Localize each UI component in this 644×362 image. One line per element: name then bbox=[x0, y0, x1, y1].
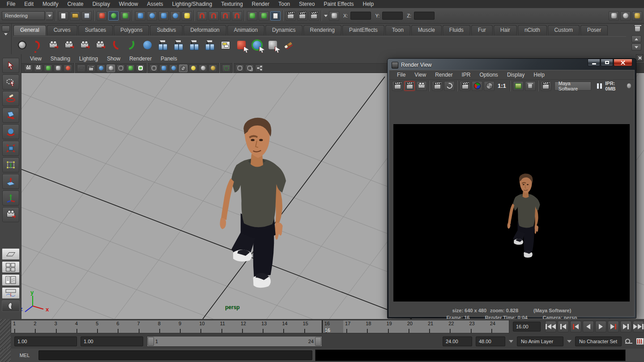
range-start-handle[interactable] bbox=[148, 337, 154, 346]
rv-menu-file[interactable]: File bbox=[393, 71, 409, 79]
set-key-icon[interactable] bbox=[625, 339, 632, 344]
universal-manipulator-tool-icon[interactable] bbox=[2, 157, 19, 172]
node-graph-icon[interactable] bbox=[219, 39, 232, 52]
snapshot-icon[interactable] bbox=[416, 81, 427, 91]
menu-file[interactable]: File bbox=[3, 0, 19, 8]
range-slider-grip[interactable] bbox=[0, 334, 11, 349]
frame-22[interactable]: 22 bbox=[447, 320, 467, 333]
menu-set-dropdown[interactable]: Rendering bbox=[2, 11, 45, 20]
shelf-tab-deformation[interactable]: Deformation bbox=[183, 25, 226, 35]
frame-2[interactable]: 2 bbox=[32, 320, 52, 333]
persp-graph-layout-icon[interactable] bbox=[2, 287, 20, 299]
stacked-cubes-cursor-icon[interactable] bbox=[266, 39, 279, 52]
frame-20[interactable]: 20 bbox=[405, 320, 426, 333]
snap-magnet-point-icon[interactable] bbox=[220, 11, 230, 21]
render-view-window[interactable]: Render View FileViewRenderIPROptionsDisp… bbox=[387, 58, 636, 319]
character-viewport[interactable] bbox=[220, 118, 286, 288]
frame-11[interactable]: 11 bbox=[218, 320, 239, 333]
shelf-tab-custom[interactable]: Custom bbox=[548, 25, 580, 35]
input-connections-icon[interactable] bbox=[247, 11, 257, 21]
playback-range-bar[interactable]: 1 24 bbox=[147, 336, 322, 347]
shelf-tab-general[interactable]: General bbox=[13, 25, 46, 35]
menu-create[interactable]: Create bbox=[63, 0, 87, 8]
go-to-end-icon[interactable] bbox=[633, 321, 644, 332]
gold-light-icon[interactable] bbox=[209, 65, 217, 72]
frame-1[interactable]: 1 bbox=[11, 320, 32, 333]
flat-shade-icon[interactable] bbox=[107, 65, 115, 72]
snap-magnet-grid-icon[interactable] bbox=[197, 11, 207, 21]
auto-keyframe-toggle-icon[interactable] bbox=[636, 338, 644, 345]
mel-toggle[interactable]: MEL bbox=[11, 353, 38, 358]
frame-7[interactable]: 7 bbox=[136, 320, 156, 333]
pause-ipr-icon[interactable] bbox=[597, 83, 602, 89]
step-forward-frame-icon[interactable] bbox=[620, 321, 631, 332]
panel-menu-panels[interactable]: Panels bbox=[157, 55, 181, 63]
shelf-menu-arrow-icon[interactable] bbox=[4, 33, 8, 35]
command-line-grip[interactable] bbox=[0, 349, 11, 362]
frame-6[interactable]: 6 bbox=[115, 320, 135, 333]
snap-magnet-curve-icon[interactable] bbox=[209, 11, 219, 21]
menu-window[interactable]: Window bbox=[115, 0, 142, 8]
shelf-tab-ncloth[interactable]: nCloth bbox=[518, 25, 547, 35]
paintbrush-icon[interactable] bbox=[281, 39, 295, 52]
rotate-tool-icon[interactable] bbox=[2, 124, 19, 139]
film-reel-icon[interactable] bbox=[15, 39, 29, 52]
frame-10[interactable]: 10 bbox=[197, 320, 218, 333]
playback-start-field[interactable] bbox=[81, 336, 143, 346]
shelf-menu-icon[interactable] bbox=[2, 26, 10, 32]
panel-menu-renderer[interactable]: Renderer bbox=[125, 55, 156, 63]
frame-3[interactable]: 3 bbox=[53, 320, 73, 333]
rv-menu-render[interactable]: Render bbox=[431, 71, 456, 79]
step-forward-key-icon[interactable] bbox=[608, 321, 619, 332]
use-all-lights-icon[interactable] bbox=[179, 65, 188, 72]
redo-arrow-icon[interactable] bbox=[125, 39, 138, 52]
minimize-button[interactable] bbox=[588, 59, 600, 66]
alpha-channel-icon[interactable] bbox=[484, 81, 495, 91]
frame-9[interactable]: 9 bbox=[177, 320, 197, 333]
panel-menu-view[interactable]: View bbox=[26, 55, 46, 63]
save-scene-icon[interactable] bbox=[81, 11, 92, 21]
rgb-channels-icon[interactable] bbox=[472, 81, 482, 91]
render-sequence-icon[interactable] bbox=[460, 81, 470, 91]
timeline-ruler[interactable]: 123456789101112131415161718192021222324 bbox=[11, 320, 509, 333]
textured-cube-icon[interactable] bbox=[169, 65, 178, 72]
panel-menu-lighting[interactable]: Lighting bbox=[75, 55, 102, 63]
soft-modification-tool-icon[interactable] bbox=[2, 174, 19, 189]
snap-to-grid-icon[interactable] bbox=[135, 11, 145, 21]
menu-toon[interactable]: Toon bbox=[274, 0, 294, 8]
camera-track-icon[interactable] bbox=[62, 39, 76, 52]
ipr-render-icon[interactable] bbox=[432, 81, 443, 91]
isolate-cube-icon[interactable] bbox=[235, 65, 244, 72]
camera-tool-icon[interactable] bbox=[2, 207, 19, 222]
current-time-field[interactable] bbox=[513, 322, 541, 332]
panel-menu-shading[interactable]: Shading bbox=[47, 55, 74, 63]
remove-image-icon[interactable] bbox=[525, 81, 536, 91]
frame-15[interactable]: 15 bbox=[301, 320, 322, 333]
shaded-cube-icon[interactable] bbox=[159, 65, 168, 72]
sphere-box-cursor-icon[interactable] bbox=[250, 39, 264, 52]
animation-start-field[interactable] bbox=[14, 336, 77, 346]
current-renderer-dropdown[interactable]: Maya Software bbox=[554, 82, 591, 90]
mel-input-field[interactable] bbox=[38, 350, 312, 360]
range-end-handle[interactable] bbox=[315, 337, 321, 346]
ipr-render-icon[interactable] bbox=[297, 11, 307, 21]
frame-5[interactable]: 5 bbox=[94, 320, 115, 333]
time-slider-grip[interactable] bbox=[0, 319, 11, 334]
maximize-button[interactable] bbox=[601, 59, 613, 66]
bookmark-icon[interactable] bbox=[44, 65, 52, 72]
animation-end-field[interactable] bbox=[476, 336, 505, 346]
menu-help[interactable]: Help bbox=[359, 0, 378, 8]
shelf-tab-fluids[interactable]: Fluids bbox=[443, 25, 470, 35]
single-pane-layout-icon[interactable] bbox=[2, 248, 20, 260]
panel-menu-show[interactable]: Show bbox=[103, 55, 124, 63]
show-manipulator-tool-icon[interactable] bbox=[2, 190, 19, 206]
snap-to-view-plane-icon[interactable] bbox=[170, 11, 180, 21]
undo-arrow-icon[interactable] bbox=[109, 39, 123, 52]
camera-attributes-icon[interactable] bbox=[34, 65, 43, 72]
shelf-tab-surfaces[interactable]: Surfaces bbox=[78, 25, 113, 35]
z-coordinate-field[interactable] bbox=[414, 12, 435, 20]
menu-lighting-shading[interactable]: Lighting/Shading bbox=[168, 0, 216, 8]
shelf-tab-toon[interactable]: Toon bbox=[385, 25, 410, 35]
menu-assets[interactable]: Assets bbox=[143, 0, 167, 8]
white-light-icon[interactable] bbox=[199, 65, 207, 72]
